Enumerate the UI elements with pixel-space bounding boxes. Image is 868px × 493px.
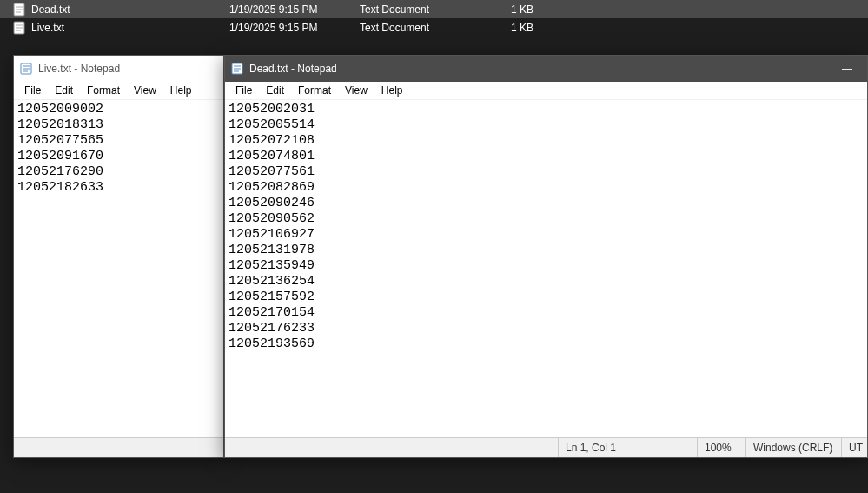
menubar: File Edit Format View Help <box>14 82 223 100</box>
status-encoding: UT <box>841 438 867 457</box>
window-title: Dead.txt - Notepad <box>249 63 827 75</box>
file-type: Text Document <box>360 3 499 16</box>
window-title: Live.txt - Notepad <box>38 63 223 75</box>
menu-help[interactable]: Help <box>374 82 410 99</box>
file-row[interactable]: Live.txt 1/19/2025 9:15 PM Text Document… <box>0 18 868 37</box>
notepad-window-dead[interactable]: Dead.txt - Notepad — File Edit Format Vi… <box>224 55 868 458</box>
file-type: Text Document <box>360 22 499 34</box>
menu-edit[interactable]: Edit <box>48 82 80 99</box>
file-name: Live.txt <box>31 22 229 34</box>
menu-edit[interactable]: Edit <box>259 82 291 99</box>
notepad-window-live[interactable]: Live.txt - Notepad File Edit Format View… <box>13 55 224 458</box>
file-explorer-list: Dead.txt 1/19/2025 9:15 PM Text Document… <box>0 0 868 37</box>
text-file-icon <box>12 21 26 35</box>
status-zoom: 100% <box>697 438 745 457</box>
editor-textarea[interactable]: 12052009002 12052018313 12052077565 1205… <box>14 100 223 437</box>
notepad-icon <box>230 62 244 76</box>
status-eol: Windows (CRLF) <box>745 438 841 457</box>
editor-textarea[interactable]: 12052002031 12052005514 12052072108 1205… <box>225 100 867 437</box>
menu-format[interactable]: Format <box>80 82 127 99</box>
file-date: 1/19/2025 9:15 PM <box>229 3 360 16</box>
statusbar: Ln 1, Col 1 100% Windows (CRLF) UT <box>225 437 867 457</box>
file-size: 1 KB <box>499 22 533 34</box>
statusbar <box>14 437 223 457</box>
menu-format[interactable]: Format <box>291 82 338 99</box>
menu-view[interactable]: View <box>338 82 374 99</box>
titlebar[interactable]: Dead.txt - Notepad — <box>225 56 867 82</box>
menu-file[interactable]: File <box>17 82 48 99</box>
titlebar[interactable]: Live.txt - Notepad <box>14 56 223 82</box>
text-file-icon <box>12 3 26 17</box>
file-name: Dead.txt <box>31 3 229 16</box>
menu-file[interactable]: File <box>229 82 259 99</box>
minimize-button[interactable]: — <box>827 56 867 82</box>
menu-view[interactable]: View <box>127 82 163 99</box>
window-controls: — <box>827 56 867 82</box>
menu-help[interactable]: Help <box>163 82 199 99</box>
file-size: 1 KB <box>499 3 533 16</box>
menubar: File Edit Format View Help <box>225 82 867 100</box>
file-date: 1/19/2025 9:15 PM <box>229 22 360 34</box>
status-position: Ln 1, Col 1 <box>558 438 697 457</box>
notepad-icon <box>19 62 33 76</box>
file-row[interactable]: Dead.txt 1/19/2025 9:15 PM Text Document… <box>0 0 868 18</box>
